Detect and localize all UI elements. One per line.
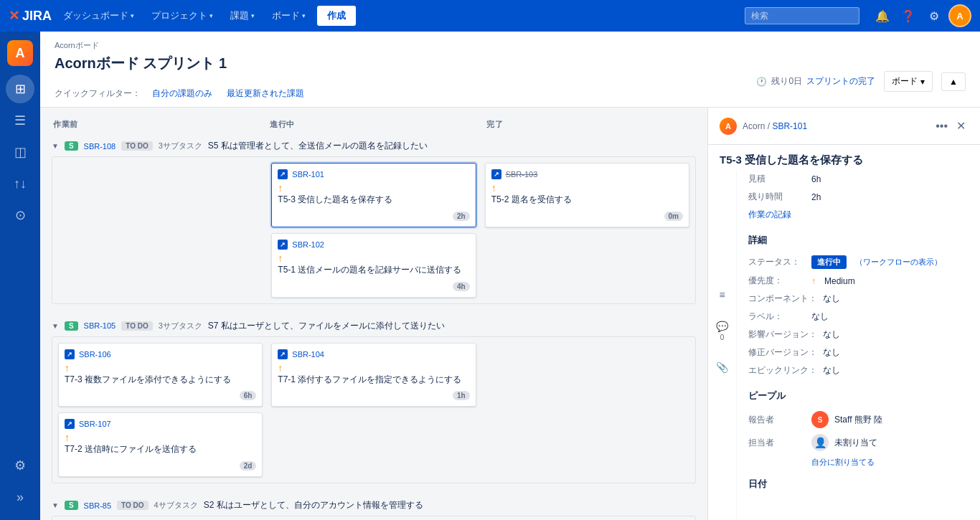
chevron-down-icon: ▼ [52,501,59,509]
collapse-button[interactable]: ▲ [941,72,966,91]
panel-comment-icon[interactable]: 💬 0 [712,316,732,346]
panel-component-row: コンポーネント： なし [748,290,969,308]
col-header-done: 完了 [486,119,694,130]
panel-close-button[interactable]: ✕ [953,116,969,136]
todo-lane-1 [58,163,263,298]
issue-label: 課題 [230,9,249,22]
chevron-down-icon: ▾ [251,12,255,19]
priority-label: 優先度： [748,275,806,287]
my-issues-filter[interactable]: 自分の課題のみ [149,86,215,101]
panel-description-icon[interactable]: ≡ [715,285,729,305]
issue-id-link-sbr101[interactable]: SBR-101 [292,170,324,179]
panel-label-row: ラベル： なし [748,308,969,326]
priority-medium-icon: ↑ [278,362,469,374]
issue-card-sbr107[interactable]: ↗ SBR-107 ↑ T7-2 送信時にファイルを送信する 2d [58,412,263,477]
panel-epic-link-row: エピックリンク： なし [748,361,969,379]
issue-id-link-sbr103[interactable]: SBR-103 [506,170,538,179]
panel-attachment-icon[interactable]: 📎 [712,357,732,377]
sidebar-item-layout[interactable]: ◫ [6,138,34,166]
create-button[interactable]: 作成 [317,6,356,26]
subtask-count-3: 4サブタスク [154,500,198,511]
time-badge-sbr106: 6h [240,391,257,400]
dashboard-menu[interactable]: ダッシュボード ▾ [57,6,140,25]
issue-card-sbr101[interactable]: ↗ SBR-101 ↑ T5-3 受信した題名を保存する 2h [271,163,476,227]
project-menu[interactable]: プロジェクト ▾ [146,6,219,25]
issue-type-icon: ↗ [65,349,75,359]
panel-issue-title: T5-3 受信した題名を保存する [708,145,980,170]
panel-fix-version-row: 修正バージョン： なし [748,344,969,361]
issue-id-link-sbr106[interactable]: SBR-106 [79,350,111,359]
sprint-group-header-sbr108[interactable]: ▼ S SBR-108 TO DO 3サブタスク S5 私は管理者として、全送信… [52,136,696,156]
columns-header: 作業前 進行中 完了 [52,119,696,130]
sidebar-expand-icon[interactable]: » [6,483,34,511]
priority-medium-icon: ↑ [278,182,469,194]
issue-card-sbr102[interactable]: ↗ SBR-102 ↑ T5-1 送信メールの題名を記録サーバに送信する 4h [271,233,476,298]
assignee-label: 担当者 [748,437,806,449]
self-assign-button[interactable]: 自分に割り当てる [811,457,875,468]
estimate-label: 見積 [748,173,806,185]
story-text-1: S5 私は管理者として、全送信メールの題名を記録したい [208,140,428,152]
inprogress-lane-2: ↗ SBR-104 ↑ T7-1 添付するファイルを指定できるようにする 1h [271,343,476,478]
panel-header: A Acorn / SBR-101 ••• ✕ [708,108,980,145]
issue-card-sbr104[interactable]: ↗ SBR-104 ↑ T7-1 添付するファイルを指定できるようにする 1h [271,343,476,407]
workflow-link[interactable]: （ワークフローの表示） [855,257,942,268]
fix-version-label: 修正バージョン： [748,346,817,359]
sidebar-item-search[interactable]: ⊙ [6,201,34,230]
sidebar-item-reports[interactable]: ↑↓ [6,169,34,198]
sidebar-item-settings[interactable]: ⚙ [6,451,34,480]
issue-id-sbr85[interactable]: SBR-85 [84,501,112,510]
status-badge[interactable]: 進行中 [811,255,847,269]
panel-more-button[interactable]: ••• [933,116,951,136]
issue-id-sbr105[interactable]: SBR-105 [84,321,116,330]
help-icon[interactable]: ❓ [897,4,920,27]
sprint-info: 🕐 残り0日 スプリントの完了 [756,75,875,88]
board-view-button[interactable]: ボード ▾ [884,71,933,92]
todo-badge-1: TO DO [121,141,152,151]
jira-logo: ✕ JIRA [9,8,52,24]
sprint-complete-button[interactable]: スプリントの完了 [806,75,875,88]
work-log-button[interactable]: 作業の記録 [748,209,791,221]
board-menu[interactable]: ボード ▾ [266,6,311,25]
chevron-down-icon: ▼ [52,322,59,330]
top-navigation: ✕ JIRA ダッシュボード ▾ プロジェクト ▾ 課題 ▾ ボード ▾ 作成 … [0,0,980,32]
issue-id-sbr108[interactable]: SBR-108 [84,142,116,151]
recent-filter[interactable]: 最近更新された課題 [224,86,307,101]
col-header-inprogress: 進行中 [270,119,478,130]
issue-card-sbr103[interactable]: ↗ SBR-103 ↑ T5-2 題名を受信する 0m [485,163,689,227]
issue-id-link-sbr107[interactable]: SBR-107 [79,420,111,428]
sprint-board: 作業前 進行中 完了 ▼ S SBR-108 TO DO 3サブタスク S5 私… [40,108,707,520]
story-text-2: S7 私はユーザとして、ファイルをメールに添付して送りたい [208,320,445,332]
notifications-icon[interactable]: 🔔 [871,4,894,27]
sidebar-item-backlog[interactable]: ☰ [6,106,34,135]
status-label: ステータス： [748,256,806,268]
settings-icon[interactable]: ⚙ [923,4,946,27]
search-input[interactable] [745,7,859,24]
issue-summary-sbr107: T7-2 送信時にファイルを送信する [65,443,256,455]
comment-icon: 💬 [716,321,728,332]
todo-badge-3: TO DO [117,501,148,510]
panel-main-content: 見積 6h 残り時間 2h 作業の記録 詳細 ステータス： 進行中 （ワーク [737,170,980,520]
logo-text: JIRA [22,9,52,24]
sidebar-item-board[interactable]: ⊞ [6,75,34,103]
issue-id-link-sbr102[interactable]: SBR-102 [292,240,324,249]
panel-issue-link[interactable]: SBR-101 [772,121,807,131]
epic-tag-2: S [65,321,78,331]
col-header-todo: 作業前 [53,119,261,130]
board-title: Acornボード スプリント 1 [55,54,966,73]
board-label: ボード [272,9,300,22]
project-avatar[interactable]: A [7,40,33,66]
subtask-count-2: 3サブタスク [159,321,202,331]
label-value: なし [811,311,829,323]
issue-id-link-sbr104[interactable]: SBR-104 [292,350,324,359]
sprint-group-header-sbr105[interactable]: ▼ S SBR-105 TO DO 3サブタスク S7 私はユーザとして、ファイ… [52,316,696,336]
sprint-group-sbr108: ▼ S SBR-108 TO DO 3サブタスク S5 私は管理者として、全送信… [52,136,696,304]
sprint-group-sbr105: ▼ S SBR-105 TO DO 3サブタスク S7 私はユーザとして、ファイ… [52,316,696,484]
issue-type-icon: ↗ [278,240,288,250]
sprint-group-header-sbr85[interactable]: ▼ S SBR-85 TO DO 4サブタスク S2 私はユーザとして、自分のア… [52,495,696,516]
chevron-down-icon: ▾ [920,77,925,87]
issue-menu[interactable]: 課題 ▾ [225,6,260,25]
user-avatar[interactable]: A [948,4,971,27]
panel-reporter-row: 報告者 S Staff 熊野 陸 [748,408,969,431]
sprint-group-sbr85: ▼ S SBR-85 TO DO 4サブタスク S2 私はユーザとして、自分のア… [52,495,696,520]
issue-card-sbr106[interactable]: ↗ SBR-106 ↑ T7-3 複数ファイルを添付できるようにする 6h [58,343,263,407]
